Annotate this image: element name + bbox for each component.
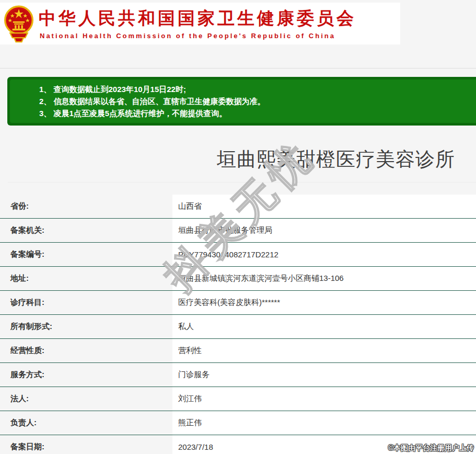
field-value: 山西省 [172,195,476,218]
field-value: 私人 [172,315,476,338]
site-title-english: National Health Commission of the People… [40,32,335,40]
table-row-legal-person: 法人: 刘江伟 [0,387,476,411]
header-divider [0,68,476,69]
table-row-address: 地址: 垣曲县新城镇滨河东道滨河壹号小区商铺13-106 [0,267,476,291]
field-label: 诊疗科目: [0,291,172,314]
field-label: 法人: [0,387,172,411]
field-value: PDY77943014082717D2212 [172,243,476,266]
field-value: 门诊服务 [172,363,476,387]
notice-box: 1、 查询数据截止到2023年10月15日22时; 2、 信息数据结果以各省、自… [7,77,476,126]
table-row-person-in-charge: 负责人: 熊正伟 [0,411,476,435]
field-label: 地址: [0,267,172,290]
table-row-filing-number: 备案编号: PDY77943014082717D2212 [0,243,476,267]
field-value: 营利性 [172,339,476,362]
table-row-ownership: 所有制形式: 私人 [0,315,476,339]
notice-line-1: 1、 查询数据截止到2023年10月15日22时; [39,83,476,95]
china-national-emblem-icon [4,5,33,44]
table-row-filing-authority: 备案机关: 垣曲县行政审批服务管理局 [0,219,476,243]
field-value: 垣曲县行政审批服务管理局 [172,219,476,242]
field-label: 经营性质: [0,339,172,362]
field-label: 负责人: [0,411,172,435]
table-row-province: 省份: 山西省 [0,195,476,219]
field-value: 医疗美容科(美容皮肤科)****** [172,291,476,314]
table-row-business-nature: 经营性质: 营利性 [0,339,476,363]
site-title-chinese: 中华人民共和国国家卫生健康委员会 [39,7,356,30]
field-label: 备案编号: [0,243,172,266]
field-label: 省份: [0,195,172,218]
field-value: 熊正伟 [172,411,476,435]
notice-line-3: 3、 凌晨1点至凌晨5点系统进行维护，不能提供查询。 [39,107,476,119]
table-row-treatment-subjects: 诊疗科目: 医疗美容科(美容皮肤科)****** [0,291,476,315]
field-label: 所有制形式: [0,315,172,338]
corner-watermark: ©本图由平台注册用户上传 [388,444,474,453]
notice-line-2: 2、 信息数据结果以各省、自治区、直辖市卫生健康委数据为准。 [39,95,476,107]
section-divider [8,182,476,183]
record-table: 省份: 山西省 备案机关: 垣曲县行政审批服务管理局 备案编号: PDY7794… [0,195,476,454]
field-label: 备案日期: [0,435,172,454]
table-row-service-mode: 服务方式: 门诊服务 [0,363,476,387]
field-value: 刘江伟 [172,387,476,411]
clinic-name-title: 垣曲熙美甜橙医疗美容诊所 [217,146,455,173]
page: 中华人民共和国国家卫生健康委员会 National Health Commiss… [0,0,476,454]
field-label: 备案机关: [0,219,172,242]
site-header: 中华人民共和国国家卫生健康委员会 National Health Commiss… [0,3,400,44]
field-value: 垣曲县新城镇滨河东道滨河壹号小区商铺13-106 [172,267,476,290]
field-label: 服务方式: [0,363,172,387]
